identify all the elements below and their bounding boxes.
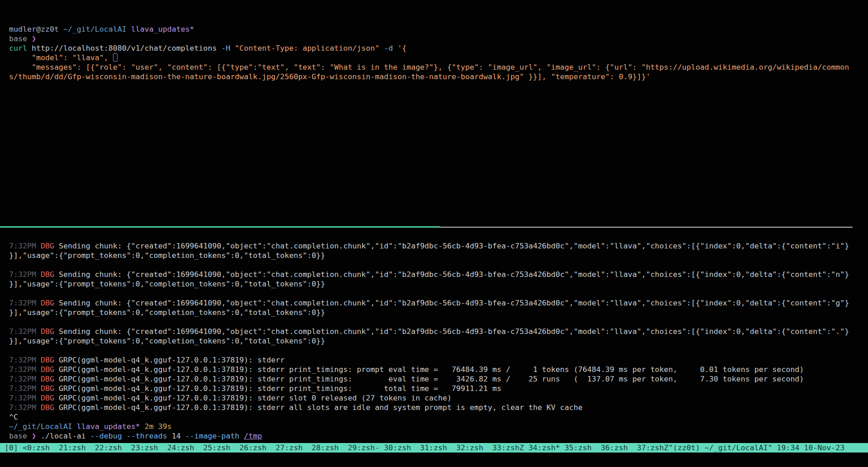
terminal-line: 7:32PM DBG Sending chunk: {"created":169…	[9, 327, 868, 336]
text-segment: DBG	[41, 394, 59, 402]
terminal-line: 7:32PM DBG GRPC(ggml-model-q4_k.gguf-127…	[9, 384, 868, 393]
terminal-line: base ❯	[9, 34, 868, 43]
terminal-line: curl http://localhost:8080/v1/chat/compl…	[9, 43, 868, 53]
text-segment: DBG	[41, 270, 59, 279]
text-segment: }],"usage":{"prompt_tokens":0,"completio…	[9, 337, 325, 345]
text-segment: curl	[9, 44, 32, 52]
pane-divider-inactive-segment	[440, 227, 853, 228]
text-segment: 7:32PM	[9, 270, 41, 279]
text-segment: DBG	[41, 327, 59, 336]
text-segment: 7:32PM	[9, 394, 41, 402]
text-segment: "Content-Type: application/json"	[235, 44, 384, 52]
text-segment: ❯	[32, 34, 36, 43]
text-segment: --debug	[90, 432, 127, 440]
text-segment: /tmp	[244, 432, 262, 440]
text-segment: ~/_git/LocalAI	[63, 25, 131, 33]
text-segment: 7:32PM	[9, 299, 41, 307]
terminal-line: ~/_git/LocalAI llava_updates* 2m 39s	[9, 422, 868, 431]
text-segment: ./local-ai	[41, 432, 90, 440]
text-segment: 7:32PM	[9, 384, 41, 393]
text-segment: 2m 39s	[145, 422, 172, 431]
terminal-line: 7:32PM DBG GRPC(ggml-model-q4_k.gguf-127…	[9, 374, 868, 384]
text-segment: DBG	[41, 403, 59, 412]
text-segment: -d	[384, 44, 397, 52]
text-segment: 7:32PM	[9, 375, 41, 383]
text-segment: }],"usage":{"prompt_tokens":0,"completio…	[9, 280, 325, 288]
terminal-line: 7:32PM DBG GRPC(ggml-model-q4_k.gguf-127…	[9, 403, 868, 412]
terminal-line: 7:32PM DBG Sending chunk: {"created":169…	[9, 241, 868, 251]
terminal-line: s/thumb/d/dd/Gfp-wisconsin-madison-the-n…	[9, 72, 868, 81]
text-segment: Sending chunk: {"created":1699641090,"ob…	[59, 270, 849, 279]
text-cursor-icon	[113, 53, 118, 62]
text-segment: ^C	[9, 413, 18, 421]
text-segment: GRPC(ggml-model-q4_k.gguf-127.0.0.1:3781…	[59, 394, 452, 402]
text-segment: DBG	[41, 375, 59, 383]
text-segment: --threads	[127, 432, 172, 440]
text-segment: DBG	[41, 356, 59, 364]
text-segment: llava_updates*	[77, 422, 145, 431]
tmux-window-list[interactable]: <0:zsh 21:zsh 22:zsh 23:zsh 24:zsh 25:zs…	[23, 443, 669, 452]
terminal-line: 7:32PM DBG GRPC(ggml-model-q4_k.gguf-127…	[9, 393, 868, 403]
tmux-status-right: "(zz0t) ~/_git/LocalAI" 19:34 10-Nov-23	[669, 443, 845, 452]
text-segment: mudler@zz0t	[9, 25, 63, 33]
terminal-pane-top[interactable]: mudler@zz0t ~/_git/LocalAI llava_updates…	[0, 0, 868, 226]
text-segment: 7:32PM	[9, 242, 41, 250]
text-segment: }],"usage":{"prompt_tokens":0,"completio…	[9, 251, 325, 260]
terminal-line: 7:32PM DBG Sending chunk: {"created":169…	[9, 270, 868, 279]
pane-divider-active-segment	[0, 226, 440, 228]
text-segment: 7:32PM	[9, 365, 41, 374]
terminal-line: "messages": [{"role": "user", "content":…	[9, 62, 868, 72]
text-segment: -H	[222, 44, 235, 52]
text-segment: http://localhost:8080/v1/chat/completion…	[32, 44, 222, 52]
text-segment: }],"usage":{"prompt_tokens":0,"completio…	[9, 308, 325, 317]
terminal-line: ^C	[9, 412, 868, 422]
text-segment: GRPC(ggml-model-q4_k.gguf-127.0.0.1:3781…	[59, 356, 285, 364]
terminal-screen: mudler@zz0t ~/_git/LocalAI llava_updates…	[0, 0, 868, 467]
text-segment: 14	[172, 432, 185, 440]
text-segment: DBG	[41, 299, 59, 307]
text-segment: "model": "llava",	[9, 53, 113, 62]
text-segment: base	[9, 34, 32, 43]
terminal-line	[9, 317, 868, 327]
text-segment: GRPC(ggml-model-q4_k.gguf-127.0.0.1:3781…	[59, 365, 804, 374]
terminal-line: "model": "llava",	[9, 53, 868, 62]
text-segment: Sending chunk: {"created":1699641090,"ob…	[59, 242, 849, 250]
text-segment: '{	[397, 44, 406, 52]
text-segment: DBG	[41, 384, 59, 393]
text-segment: --image-path	[185, 432, 244, 440]
text-segment: ~/_git/LocalAI	[9, 422, 77, 431]
tmux-status-bar[interactable]: [0] <0:zsh 21:zsh 22:zsh 23:zsh 24:zsh 2…	[0, 443, 868, 453]
text-segment: DBG	[41, 242, 59, 250]
text-segment: base	[9, 432, 32, 440]
terminal-line: mudler@zz0t ~/_git/LocalAI llava_updates…	[9, 24, 868, 34]
text-segment: s/thumb/d/dd/Gfp-wisconsin-madison-the-n…	[9, 72, 651, 81]
text-segment: 7:32PM	[9, 327, 41, 336]
terminal-pane-bottom[interactable]: 7:32PM DBG Sending chunk: {"created":169…	[0, 228, 868, 443]
text-segment: GRPC(ggml-model-q4_k.gguf-127.0.0.1:3781…	[59, 384, 501, 393]
text-segment: GRPC(ggml-model-q4_k.gguf-127.0.0.1:3781…	[59, 403, 583, 412]
text-segment: Sending chunk: {"created":1699641090,"ob…	[59, 299, 849, 307]
terminal-line: 7:32PM DBG Sending chunk: {"created":169…	[9, 298, 868, 308]
terminal-line	[9, 289, 868, 298]
text-segment: 7:32PM	[9, 403, 41, 412]
text-segment: "messages": [{"role": "user", "content":…	[9, 63, 849, 71]
terminal-line: }],"usage":{"prompt_tokens":0,"completio…	[9, 336, 868, 346]
text-segment: Sending chunk: {"created":1699641090,"ob…	[59, 327, 849, 336]
terminal-line: }],"usage":{"prompt_tokens":0,"completio…	[9, 279, 868, 289]
text-segment: 7:32PM	[9, 356, 41, 364]
text-segment: llava_updates*	[131, 25, 194, 33]
terminal-line: base ❯ ./local-ai --debug --threads 14 -…	[9, 431, 868, 441]
terminal-line: 7:32PM DBG GRPC(ggml-model-q4_k.gguf-127…	[9, 365, 868, 374]
terminal-line	[9, 260, 868, 270]
tmux-session-label: [0]	[5, 443, 23, 452]
text-segment: GRPC(ggml-model-q4_k.gguf-127.0.0.1:3781…	[59, 375, 804, 383]
text-segment: ❯	[32, 432, 41, 440]
terminal-line: }],"usage":{"prompt_tokens":0,"completio…	[9, 251, 868, 260]
terminal-line	[9, 346, 868, 355]
terminal-line: 7:32PM DBG GRPC(ggml-model-q4_k.gguf-127…	[9, 355, 868, 365]
terminal-line: }],"usage":{"prompt_tokens":0,"completio…	[9, 308, 868, 317]
text-segment: DBG	[41, 365, 59, 374]
